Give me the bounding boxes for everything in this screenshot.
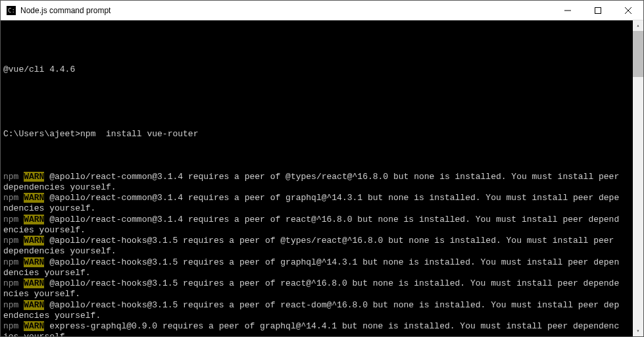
warn-message: @apollo/react-hooks@3.1.5 requires a pee… — [3, 236, 619, 256]
npm-label: npm — [3, 321, 18, 331]
window-title: Node.js command prompt — [20, 6, 553, 15]
warn-container: npm WARN @apollo/react-common@3.1.4 requ… — [3, 172, 629, 337]
window-controls — [553, 1, 643, 20]
warn-line: npm WARN express-graphql@0.9.0 requires … — [3, 321, 629, 336]
warn-line: npm WARN @apollo/react-hooks@3.1.5 requi… — [3, 236, 629, 257]
cli-header: @vue/cli 4.4.6 — [3, 65, 629, 75]
npm-label: npm — [3, 236, 18, 246]
npm-label: npm — [3, 300, 18, 310]
maximize-button[interactable] — [583, 1, 613, 20]
prompt-path: C:\Users\ajeet> — [3, 129, 80, 139]
window-frame: C: Node.js command prompt @vue/cli 4.4.6… — [0, 0, 644, 337]
warn-message: @apollo/react-common@3.1.4 requires a pe… — [3, 193, 619, 213]
warn-message: @apollo/react-common@3.1.4 requires a pe… — [3, 172, 624, 192]
svg-text:C:: C: — [8, 7, 15, 14]
npm-label: npm — [3, 172, 18, 182]
prompt-command: npm install vue-router — [80, 129, 198, 139]
warn-badge: WARN — [24, 278, 44, 288]
warn-message: @apollo/react-common@3.1.4 requires a pe… — [3, 215, 619, 235]
npm-label: npm — [3, 215, 18, 224]
scrollbar-thumb[interactable] — [633, 31, 643, 77]
app-icon: C: — [6, 5, 16, 16]
vertical-scrollbar[interactable]: ▴ ▾ — [633, 20, 643, 336]
scroll-down-icon[interactable]: ▾ — [633, 326, 643, 336]
prompt-line-1: C:\Users\ajeet>npm install vue-router — [3, 129, 629, 140]
warn-badge: WARN — [24, 172, 44, 182]
warn-badge: WARN — [24, 321, 44, 331]
close-button[interactable] — [613, 1, 643, 20]
warn-badge: WARN — [24, 193, 44, 203]
blank-line — [3, 97, 629, 107]
warn-line: npm WARN @apollo/react-common@3.1.4 requ… — [3, 193, 629, 215]
warn-line: npm WARN @apollo/react-hooks@3.1.5 requi… — [3, 278, 629, 300]
warn-line: npm WARN @apollo/react-hooks@3.1.5 requi… — [3, 300, 629, 322]
svg-rect-3 — [595, 7, 601, 13]
scroll-up-icon[interactable]: ▴ — [633, 20, 643, 31]
warn-message: @apollo/react-hooks@3.1.5 requires a pee… — [3, 257, 619, 278]
warn-badge: WARN — [24, 215, 44, 224]
warn-line: npm WARN @apollo/react-hooks@3.1.5 requi… — [3, 257, 629, 279]
warn-message: @apollo/react-hooks@3.1.5 requires a pee… — [3, 278, 619, 299]
minimize-button[interactable] — [553, 1, 583, 20]
npm-label: npm — [3, 257, 18, 267]
npm-label: npm — [3, 193, 18, 203]
warn-badge: WARN — [24, 257, 44, 267]
warn-badge: WARN — [24, 300, 44, 310]
terminal-area[interactable]: @vue/cli 4.4.6 C:\Users\ajeet>npm instal… — [1, 20, 643, 336]
warn-badge: WARN — [24, 236, 44, 246]
npm-label: npm — [3, 278, 18, 288]
titlebar[interactable]: C: Node.js command prompt — [1, 1, 643, 20]
warn-message: @apollo/react-hooks@3.1.5 requires a pee… — [3, 300, 619, 321]
warn-line: npm WARN @apollo/react-common@3.1.4 requ… — [3, 172, 629, 194]
terminal-content: @vue/cli 4.4.6 C:\Users\ajeet>npm instal… — [3, 43, 641, 337]
warn-line: npm WARN @apollo/react-common@3.1.4 requ… — [3, 215, 629, 236]
warn-message: express-graphql@0.9.0 requires a peer of… — [3, 321, 619, 336]
